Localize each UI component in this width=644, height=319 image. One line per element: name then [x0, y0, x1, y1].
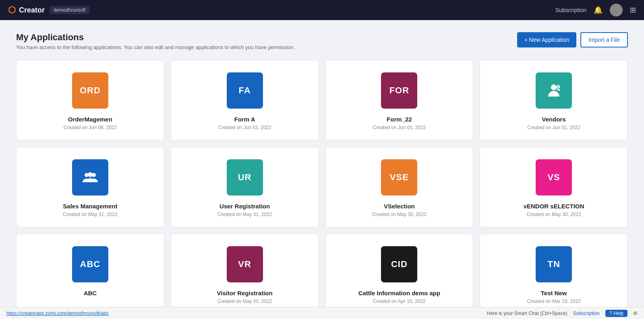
- app-card-visitor-reg[interactable]: VR Visitor Registration Created on May 3…: [171, 234, 319, 314]
- app-card-form-a[interactable]: FA Form A Created on Jun 03, 2022: [171, 60, 319, 140]
- workspace-badge[interactable]: demodhruvsoft: [50, 6, 89, 14]
- app-date-sales-mgmt: Created on May 31, 2022: [63, 212, 117, 217]
- app-name-visitor-reg: Visitor Registration: [217, 290, 273, 296]
- page-header-left: My Applications You have access to the f…: [16, 32, 295, 50]
- app-name-abc: ABC: [84, 290, 97, 296]
- app-name-vselection: VSelection: [384, 203, 415, 210]
- svg-point-1: [556, 85, 560, 89]
- app-card-cattle-info[interactable]: CID Cattle Information demo app Created …: [325, 234, 474, 314]
- app-icon-cattle-info: CID: [381, 246, 417, 282]
- page-header: My Applications You have access to the f…: [16, 32, 628, 50]
- app-name-vendors: Vendors: [542, 116, 566, 123]
- app-date-form-a: Created on Jun 03, 2022: [218, 125, 271, 130]
- app-icon-form-a: FA: [227, 72, 263, 109]
- app-icon-sales-mgmt: [72, 159, 108, 196]
- app-card-vendor-sel[interactable]: VS vENDOR sELECTION Created on May 30, 2…: [480, 147, 628, 227]
- user-avatar[interactable]: [610, 4, 623, 16]
- page-header-actions: + New Application Import a File: [517, 32, 628, 47]
- page-subtitle: You have access to the following applica…: [16, 44, 295, 50]
- app-card-abc[interactable]: ABC ABC: [16, 234, 164, 314]
- statusbar-right: Here is your Smart Chat (Ctrl+Space) Sub…: [487, 310, 638, 317]
- help-icon: ?: [609, 311, 612, 316]
- notifications-icon[interactable]: 🔔: [594, 6, 603, 14]
- app-date-order-mgmt: Created on Jun 08, 2022: [64, 125, 117, 130]
- app-name-order-mgmt: OrderMagemen: [68, 116, 112, 123]
- app-date-test-new: Created on Mar 19, 2022: [527, 298, 580, 304]
- svg-point-4: [88, 172, 93, 177]
- app-icon-visitor-reg: VR: [227, 246, 263, 282]
- app-logo[interactable]: ⬡ Creator: [8, 5, 45, 15]
- app-card-form-22[interactable]: FOR Form_22 Created on Jun 01, 2022: [325, 60, 474, 140]
- app-name-vendor-sel: vENDOR sELECTION: [524, 203, 584, 210]
- settings-icon[interactable]: ⚙: [633, 311, 638, 316]
- nav-left: ⬡ Creator demodhruvsoft: [8, 5, 89, 15]
- app-card-vselection[interactable]: VSE VSelection Created on May 30, 2022: [325, 147, 474, 227]
- page-title: My Applications: [16, 32, 295, 43]
- app-date-vendors: Created on Jun 01, 2022: [527, 125, 580, 130]
- app-date-form-22: Created on Jun 01, 2022: [373, 125, 426, 130]
- grid-icon[interactable]: ⊞: [630, 6, 636, 14]
- applications-grid: ORD OrderMagemen Created on Jun 08, 2022…: [16, 60, 628, 314]
- app-icon-abc: ABC: [72, 246, 108, 282]
- app-icon-vendor-sel: VS: [536, 159, 572, 196]
- logo-text: Creator: [19, 6, 45, 14]
- app-date-user-reg: Created on May 31, 2022: [217, 212, 272, 217]
- app-card-sales-mgmt[interactable]: Sales Management Created on May 31, 2022: [16, 147, 164, 227]
- app-icon-vendors: [536, 72, 572, 109]
- app-icon-order-mgmt: ORD: [72, 72, 108, 109]
- new-application-button[interactable]: + New Application: [517, 32, 577, 47]
- app-name-form-22: Form_22: [387, 116, 412, 123]
- app-name-cattle-info: Cattle Information demo app: [358, 290, 440, 296]
- app-name-user-reg: User Registration: [219, 203, 270, 210]
- subscription-link[interactable]: Subscription: [555, 7, 586, 13]
- app-icon-form-22: FOR: [381, 72, 417, 109]
- app-card-user-reg[interactable]: UR User Registration Created on May 31, …: [171, 147, 319, 227]
- app-card-test-new[interactable]: TN Test New Created on Mar 19, 2022: [480, 234, 628, 314]
- app-name-sales-mgmt: Sales Management: [63, 203, 117, 210]
- app-date-vendor-sel: Created on May 30, 2022: [526, 212, 581, 217]
- import-file-button[interactable]: Import a File: [580, 32, 628, 47]
- app-date-visitor-reg: Created on May 30, 2022: [217, 298, 272, 304]
- help-button[interactable]: ? Help: [605, 310, 627, 317]
- app-icon-test-new: TN: [536, 246, 572, 282]
- app-name-form-a: Form A: [234, 116, 255, 123]
- app-date-vselection: Created on May 30, 2022: [372, 212, 427, 217]
- app-date-cattle-info: Created on Apr 10, 2022: [373, 298, 426, 304]
- smart-chat-hint: Here is your Smart Chat (Ctrl+Space): [487, 311, 567, 316]
- nav-right: Subscription 🔔 ⊞: [555, 4, 636, 16]
- app-icon-vselection: VSE: [381, 159, 417, 196]
- status-bar: https://creatorapp.zoho.com/demodhruvsof…: [0, 307, 644, 319]
- app-name-test-new: Test New: [541, 290, 567, 296]
- logo-icon: ⬡: [8, 5, 16, 15]
- app-card-order-mgmt[interactable]: ORD OrderMagemen Created on Jun 08, 2022: [16, 60, 164, 140]
- svg-point-0: [551, 84, 557, 90]
- app-icon-user-reg: UR: [227, 159, 263, 196]
- statusbar-subscription-link[interactable]: Subscription: [573, 311, 600, 316]
- app-card-vendors[interactable]: Vendors Created on Jun 01, 2022: [480, 60, 628, 140]
- help-label: Help: [613, 311, 623, 316]
- top-navigation: ⬡ Creator demodhruvsoft Subscription 🔔 ⊞: [0, 0, 644, 20]
- main-content: My Applications You have access to the f…: [0, 20, 644, 319]
- status-url: https://creatorapp.zoho.com/demodhruvsof…: [6, 311, 109, 316]
